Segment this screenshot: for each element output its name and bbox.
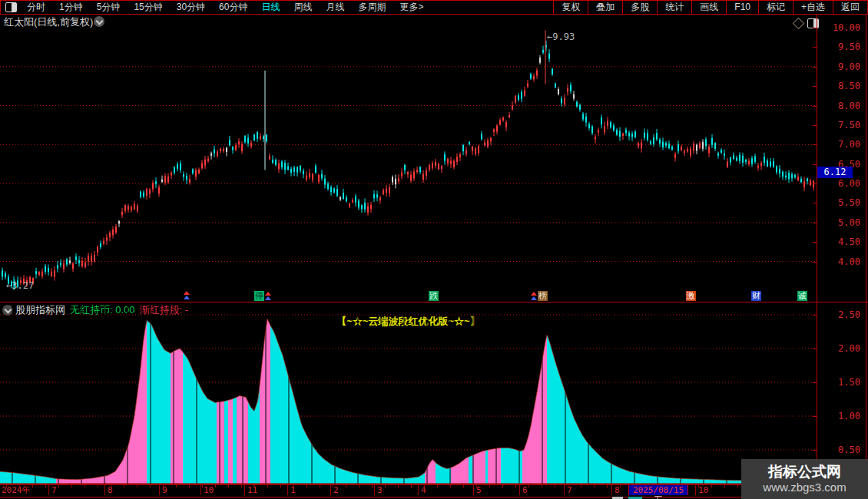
time-axis-minor-tick	[411, 485, 412, 487]
tool-button[interactable]: 返回	[833, 1, 867, 14]
period-tab[interactable]: 多周期	[351, 1, 393, 14]
event-badge[interactable]: 财	[751, 291, 761, 301]
tool-button[interactable]: 叠加	[588, 1, 622, 14]
period-tab[interactable]: 月线	[319, 1, 351, 14]
period-tab[interactable]: 周线	[287, 1, 319, 14]
time-axis-minor-tick	[320, 485, 320, 487]
period-tab[interactable]: 分时	[20, 1, 52, 14]
time-axis-minor-tick	[398, 485, 399, 487]
window-right-edge	[866, 14, 866, 496]
event-triangle-icon[interactable]	[184, 291, 190, 300]
time-axis-tick	[374, 485, 375, 495]
price-annotation: ←3.27	[6, 280, 34, 291]
tool-button[interactable]: 统计	[657, 1, 691, 14]
time-axis-label: 3	[377, 485, 383, 495]
time-axis-minor-tick	[424, 485, 425, 487]
time-axis-minor-tick	[137, 485, 137, 487]
price-axis-line	[817, 14, 817, 496]
event-triangle-icon[interactable]	[531, 292, 537, 301]
event-badge[interactable]: 诚	[797, 291, 807, 301]
up-triangle-blue	[265, 296, 271, 300]
time-axis-tick	[244, 485, 245, 495]
time-axis-tick	[473, 485, 474, 495]
period-tab[interactable]: 5分钟	[90, 1, 128, 14]
time-axis-minor-tick	[84, 485, 85, 487]
time-axis-minor-tick	[150, 485, 151, 487]
indicator-tick-label: 2.00	[820, 343, 860, 354]
time-axis-label: 8	[615, 485, 620, 495]
time-axis-minor-tick	[528, 485, 529, 487]
time-axis-minor-tick	[515, 485, 516, 487]
price-tick	[813, 164, 817, 165]
period-tab[interactable]: 15分钟	[127, 1, 169, 14]
period-tab[interactable]: 更多>	[393, 1, 430, 14]
tool-button[interactable]: 多股	[622, 1, 657, 14]
time-axis-minor-tick	[568, 485, 568, 487]
indicator-area-chart[interactable]	[0, 302, 817, 484]
time-axis-tick	[287, 485, 288, 495]
price-tick	[813, 262, 817, 263]
time-axis-minor-tick	[32, 485, 33, 487]
event-badge[interactable]: 跌	[429, 291, 439, 301]
time-axis-label: 7	[51, 485, 57, 495]
price-tick-label: 4.00	[820, 256, 860, 267]
indicator-tick	[813, 416, 817, 417]
time-axis-minor-tick	[111, 485, 111, 487]
time-axis-minor-tick	[607, 485, 608, 487]
tool-button[interactable]: F10	[726, 1, 758, 14]
period-tab[interactable]: 1分钟	[52, 1, 90, 14]
time-axis-minor-tick	[502, 485, 503, 487]
time-axis-minor-tick	[241, 485, 242, 487]
tool-button[interactable]: 标记	[758, 1, 793, 14]
time-axis-minor-tick	[215, 485, 216, 487]
time-axis-minor-tick	[45, 485, 46, 487]
price-tick-label: 9.00	[820, 61, 860, 72]
main-candlestick-chart[interactable]	[0, 14, 817, 302]
time-axis-minor-tick	[280, 485, 281, 487]
time-axis-minor-tick	[19, 485, 20, 487]
price-tick-label: 5.00	[820, 217, 860, 228]
time-axis-label: 10	[698, 485, 708, 495]
time-axis-minor-tick	[306, 485, 307, 487]
time-axis-minor-tick	[372, 485, 373, 487]
time-axis-tick	[418, 485, 419, 495]
time-axis-minor-tick	[176, 485, 177, 487]
time-axis-band	[0, 484, 817, 497]
event-badge[interactable]: 停	[254, 291, 264, 301]
time-axis-minor-tick	[698, 485, 699, 487]
price-tick-label: 8.00	[820, 101, 860, 111]
time-axis-minor-tick	[711, 485, 712, 487]
event-triangle-icon[interactable]	[265, 292, 271, 301]
price-tick	[813, 86, 817, 87]
period-tab[interactable]: 日线	[254, 1, 287, 14]
event-badge[interactable]: 激	[686, 291, 696, 301]
time-axis-label: 10	[204, 485, 214, 495]
tool-button[interactable]: +自选	[793, 1, 833, 14]
price-tick	[813, 183, 817, 184]
time-axis-tick	[611, 485, 612, 495]
price-tick-label: 4.50	[820, 236, 860, 247]
indicator-tick-label: 0.50	[820, 444, 860, 455]
time-axis-label: 11	[247, 485, 257, 495]
event-badge[interactable]: 榜	[538, 291, 548, 301]
tool-buttons: 复权叠加多股统计画线F10标记+自选返回	[553, 1, 867, 14]
time-axis-label: 2	[333, 485, 339, 495]
time-axis-minor-tick	[724, 485, 725, 487]
time-axis-minor-tick	[476, 485, 477, 487]
up-triangle-blue	[531, 296, 537, 300]
time-axis-minor-tick	[254, 485, 255, 487]
period-tab[interactable]: 60分钟	[212, 1, 254, 14]
tool-button[interactable]: 复权	[553, 1, 588, 14]
time-axis-minor-tick	[58, 485, 59, 487]
time-axis-tick	[159, 485, 160, 495]
time-axis-tick	[519, 485, 520, 495]
price-tick	[813, 47, 817, 48]
price-tick	[813, 67, 817, 68]
time-axis-minor-tick	[6, 485, 7, 487]
tool-button[interactable]: 画线	[691, 1, 726, 14]
period-tab[interactable]: 30分钟	[170, 1, 212, 14]
split-pane-icon[interactable]	[5, 2, 17, 12]
top-toolbar: 分时1分钟5分钟15分钟30分钟60分钟日线周线月线多周期更多> 复权叠加多股统…	[0, 0, 868, 15]
price-tick-label: 5.50	[820, 197, 860, 208]
time-axis-tick	[330, 485, 331, 495]
